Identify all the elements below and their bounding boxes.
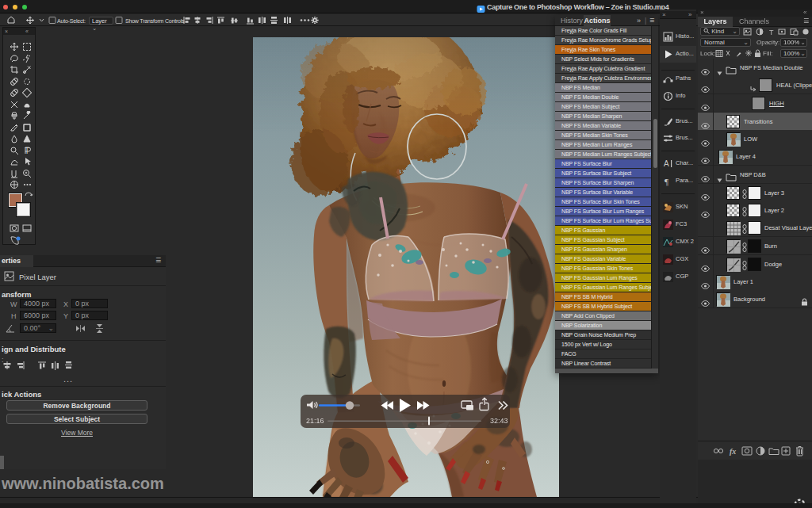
svg-text:T: T xyxy=(769,29,774,36)
svg-text:fx: fx xyxy=(730,447,736,456)
svg-text:21:16: 21:16 xyxy=(306,417,324,425)
svg-text:¶: ¶ xyxy=(665,177,668,186)
svg-text:32:43: 32:43 xyxy=(490,417,508,425)
svg-text:A: A xyxy=(664,159,669,168)
svg-text:T: T xyxy=(25,147,29,155)
